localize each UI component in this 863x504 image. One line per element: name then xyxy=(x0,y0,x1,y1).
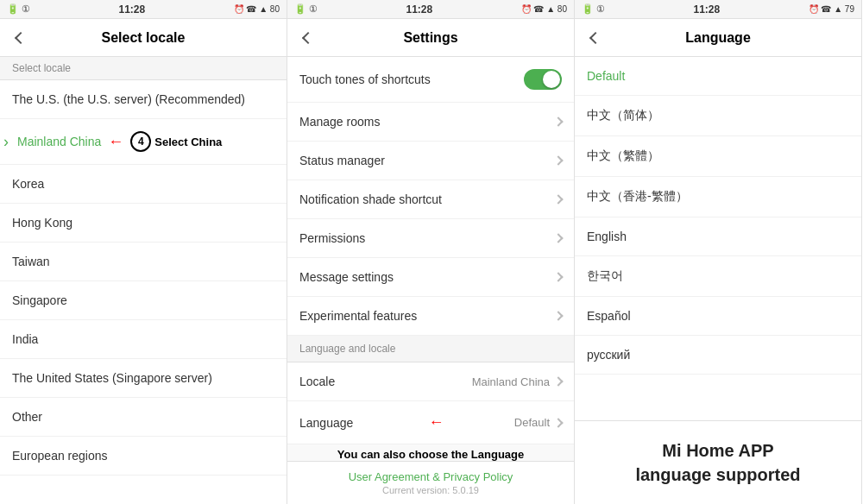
language-panel: 🔋 ① 11:28 ⏰ ☎ ▲ 79 Language Default 中文（简… xyxy=(575,0,862,504)
header-3: Language xyxy=(575,19,861,57)
lang-item-russian[interactable]: русский xyxy=(575,336,861,375)
settings-item-message[interactable]: Message settings xyxy=(287,258,574,297)
chevron-icon-6 xyxy=(553,311,563,320)
locale-item-us[interactable]: The U.S. (the U.S. server) (Recommended) xyxy=(0,80,287,119)
locale-list: The U.S. (the U.S. server) (Recommended)… xyxy=(0,80,287,504)
header-2: Settings xyxy=(287,19,574,57)
language-right: Default xyxy=(514,416,562,429)
locale-subtitle: Select locale xyxy=(0,57,287,80)
settings-item-language[interactable]: Language ← Default xyxy=(287,401,574,444)
locale-item-european[interactable]: European regions xyxy=(0,437,287,476)
status-time-2: 11:28 xyxy=(406,3,433,16)
lang-item-default[interactable]: Default xyxy=(575,57,861,96)
select-china-label: Select China xyxy=(154,135,222,148)
back-button-2[interactable] xyxy=(296,26,320,50)
chevron-icon xyxy=(553,117,563,126)
chevron-icon-5 xyxy=(553,272,563,281)
step-number: 4 xyxy=(130,131,151,152)
status-time-3: 11:28 xyxy=(694,3,721,16)
lang-item-korean[interactable]: 한국어 xyxy=(575,256,861,297)
settings-item-experimental[interactable]: Experimental features xyxy=(287,297,574,336)
status-manager-right xyxy=(555,157,562,164)
mihome-note-text: Mi Home APPlanguage supported xyxy=(587,438,849,487)
manage-rooms-right xyxy=(555,118,562,125)
user-agreement-link[interactable]: User Agreement & Privacy Policy xyxy=(296,470,565,483)
settings-item-manage-rooms[interactable]: Manage rooms xyxy=(287,103,574,142)
experimental-right xyxy=(555,312,562,319)
locale-item-other[interactable]: Other xyxy=(0,398,287,437)
settings-item-locale[interactable]: Locale Mainland China xyxy=(287,362,574,401)
language-locale-section: Language and locale xyxy=(287,336,574,362)
chevron-icon-3 xyxy=(553,194,563,204)
chevron-icon-4 xyxy=(553,233,563,243)
permissions-right xyxy=(555,235,562,242)
chevron-icon-language xyxy=(553,418,563,427)
locale-item-hong-kong[interactable]: Hong Kong xyxy=(0,204,287,243)
settings-item-permissions[interactable]: Permissions xyxy=(287,219,574,258)
language-annotation-text: You can also choose the Language xyxy=(287,444,574,461)
lang-item-zh-hk[interactable]: 中文（香港-繁體） xyxy=(575,177,861,217)
back-arrow-icon-2 xyxy=(302,31,314,43)
chevron-icon-2 xyxy=(553,155,563,165)
panel1-title: Select locale xyxy=(102,30,186,46)
settings-item-notification-shade[interactable]: Notification shade shortcut xyxy=(287,180,574,219)
notification-right xyxy=(555,196,562,203)
lang-item-spanish[interactable]: Español xyxy=(575,297,861,336)
settings-footer: User Agreement & Privacy Policy Current … xyxy=(287,461,574,504)
status-right-3: ⏰ ☎ ▲ 79 xyxy=(809,4,854,14)
lang-item-zh-cn[interactable]: 中文（简体） xyxy=(575,96,861,136)
locale-item-taiwan[interactable]: Taiwan xyxy=(0,243,287,281)
header-1: Select locale xyxy=(0,19,287,57)
touch-tones-toggle[interactable] xyxy=(524,69,562,90)
settings-list: Touch tones of shortcuts Manage rooms St… xyxy=(287,57,574,461)
status-bar-2: 🔋 ① 11:28 ⏰ ☎ ▲ 80 xyxy=(287,0,574,19)
back-button-3[interactable] xyxy=(583,26,608,50)
locale-item-us-singapore[interactable]: The United States (Singapore server) xyxy=(0,359,287,398)
status-left-1: 🔋 ① xyxy=(7,3,30,15)
settings-item-status-manager[interactable]: Status manager xyxy=(287,142,574,180)
toggle-knob xyxy=(543,71,560,88)
settings-item-touch-tones[interactable]: Touch tones of shortcuts xyxy=(287,57,574,103)
status-left-3: 🔋 ① xyxy=(582,3,605,15)
lang-item-zh-tw[interactable]: 中文（繁體） xyxy=(575,136,861,177)
status-right-1: ⏰ ☎ ▲ 80 xyxy=(234,4,280,14)
locale-right: Mainland China xyxy=(472,375,562,388)
back-button-1[interactable] xyxy=(9,26,33,50)
status-time-1: 11:28 xyxy=(119,3,146,16)
locale-item-india[interactable]: India xyxy=(0,320,287,359)
panel3-title: Language xyxy=(685,30,751,46)
select-locale-panel: 🔋 ① 11:28 ⏰ ☎ ▲ 80 Select locale Select … xyxy=(0,0,287,504)
locale-item-mainland-china[interactable]: Mainland China ← 4 Select China xyxy=(0,119,287,165)
back-arrow-icon-3 xyxy=(589,31,602,43)
message-right xyxy=(555,274,562,280)
status-left-2: 🔋 ① xyxy=(294,3,318,15)
chevron-icon-locale xyxy=(553,376,563,386)
status-bar-1: 🔋 ① 11:28 ⏰ ☎ ▲ 80 xyxy=(0,0,287,19)
locale-item-korea[interactable]: Korea xyxy=(0,165,287,204)
back-arrow-icon-1 xyxy=(15,31,27,43)
settings-panel: 🔋 ① 11:28 ⏰ ☎ ▲ 80 Settings Touch tones … xyxy=(287,0,575,504)
status-right-2: ⏰ ☎ ▲ 80 xyxy=(521,4,567,14)
lang-item-english[interactable]: English xyxy=(575,217,861,256)
language-red-arrow-icon: ← xyxy=(429,413,444,432)
panel2-title: Settings xyxy=(403,30,457,46)
status-bar-3: 🔋 ① 11:28 ⏰ ☎ ▲ 79 xyxy=(575,0,861,19)
locale-item-singapore[interactable]: Singapore xyxy=(0,281,287,320)
mihome-note: Mi Home APPlanguage supported xyxy=(575,420,861,504)
red-arrow-icon: ← xyxy=(108,133,123,151)
version-text: Current version: 5.0.19 xyxy=(296,485,565,495)
language-list: Default 中文（简体） 中文（繁體） 中文（香港-繁體） English … xyxy=(575,57,861,420)
